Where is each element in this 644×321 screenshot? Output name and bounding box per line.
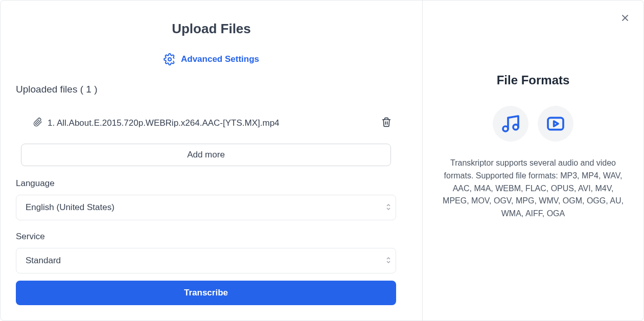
paperclip-icon <box>33 118 42 129</box>
close-icon <box>620 13 630 23</box>
advanced-settings-label: Advanced Settings <box>181 54 259 64</box>
page-title: Upload Files <box>16 21 407 37</box>
upload-dialog: Upload Files Advanced Settings Uploaded … <box>0 0 644 321</box>
svg-point-3 <box>503 126 508 131</box>
trash-icon <box>381 117 392 127</box>
file-formats-panel: File Formats Transkriptor supports sever… <box>423 1 643 320</box>
service-select[interactable]: Standard <box>16 248 396 273</box>
gear-icon <box>164 53 176 65</box>
svg-point-4 <box>513 125 518 130</box>
formats-description: Transkriptor supports several audio and … <box>438 157 628 220</box>
delete-file-button[interactable] <box>379 114 402 131</box>
svg-rect-5 <box>548 118 563 129</box>
video-play-icon <box>545 113 566 134</box>
uploaded-files-label: Uploaded files ( 1 ) <box>16 84 407 95</box>
language-select-wrapper: English (United States) <box>16 195 407 220</box>
uploaded-file-row: 1. All.About.E.2015.720p.WEBRip.x264.AAC… <box>16 109 407 136</box>
add-more-button[interactable]: Add more <box>21 144 391 166</box>
file-formats-title: File Formats <box>438 73 628 87</box>
service-select-wrapper: Standard <box>16 248 407 273</box>
advanced-settings-button[interactable]: Advanced Settings <box>16 53 407 65</box>
svg-point-0 <box>168 58 171 61</box>
file-info: 1. All.About.E.2015.720p.WEBRip.x264.AAC… <box>33 118 280 129</box>
svg-marker-6 <box>554 121 558 126</box>
service-label: Service <box>16 232 407 242</box>
file-name: 1. All.About.E.2015.720p.WEBRip.x264.AAC… <box>48 118 280 128</box>
format-icons <box>438 106 628 142</box>
video-format-icon-circle <box>538 106 573 142</box>
audio-format-icon-circle <box>493 106 528 142</box>
transcribe-button[interactable]: Transcribe <box>16 281 396 305</box>
music-note-icon <box>500 113 521 134</box>
upload-panel: Upload Files Advanced Settings Uploaded … <box>1 1 423 320</box>
language-label: Language <box>16 178 407 189</box>
close-button[interactable] <box>620 13 630 25</box>
language-select[interactable]: English (United States) <box>16 195 396 220</box>
